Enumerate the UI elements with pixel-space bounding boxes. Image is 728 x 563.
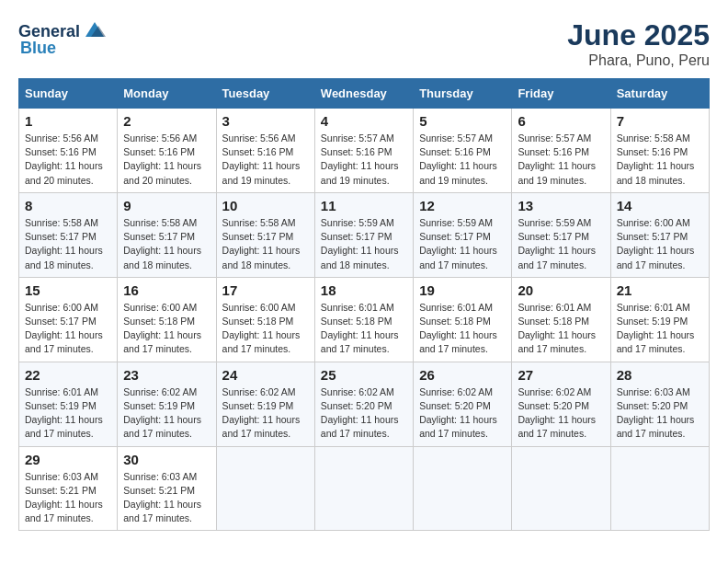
day-number: 10: [222, 198, 309, 213]
day-info: Sunrise: 6:03 AMSunset: 5:20 PMDaylight:…: [617, 386, 695, 440]
calendar-cell: 1 Sunrise: 5:56 AMSunset: 5:16 PMDayligh…: [19, 109, 118, 193]
day-number: 9: [123, 198, 210, 213]
calendar-cell: 15 Sunrise: 6:00 AMSunset: 5:17 PMDaylig…: [19, 277, 118, 362]
day-number: 14: [617, 198, 703, 213]
day-info: Sunrise: 6:01 AMSunset: 5:18 PMDaylight:…: [419, 302, 497, 355]
day-number: 6: [518, 113, 604, 129]
day-info: Sunrise: 6:02 AMSunset: 5:20 PMDaylight:…: [518, 386, 596, 440]
day-info: Sunrise: 6:00 AMSunset: 5:17 PMDaylight:…: [617, 217, 695, 270]
day-number: 1: [25, 113, 111, 129]
day-number: 5: [419, 113, 506, 129]
day-info: Sunrise: 6:01 AMSunset: 5:19 PMDaylight:…: [617, 302, 695, 355]
day-number: 25: [321, 367, 407, 383]
calendar-cell: 17 Sunrise: 6:00 AMSunset: 5:18 PMDaylig…: [216, 277, 314, 362]
calendar-cell: 3 Sunrise: 5:56 AMSunset: 5:16 PMDayligh…: [216, 109, 314, 193]
calendar-cell: [610, 446, 709, 531]
day-info: Sunrise: 5:56 AMSunset: 5:16 PMDaylight:…: [25, 132, 103, 186]
calendar-title: June 2025: [567, 18, 710, 52]
calendar-cell: 18 Sunrise: 6:01 AMSunset: 5:18 PMDaylig…: [314, 277, 413, 362]
day-info: Sunrise: 5:56 AMSunset: 5:16 PMDaylight:…: [222, 132, 301, 186]
day-number: 15: [25, 282, 111, 298]
day-number: 19: [419, 282, 506, 298]
calendar-cell: 4 Sunrise: 5:57 AMSunset: 5:16 PMDayligh…: [314, 109, 413, 193]
day-number: 23: [123, 367, 210, 383]
day-number: 13: [518, 198, 604, 213]
calendar-cell: 24 Sunrise: 6:02 AMSunset: 5:19 PMDaylig…: [216, 362, 314, 446]
header-tuesday: Tuesday: [216, 79, 314, 109]
header-monday: Monday: [118, 79, 216, 109]
calendar-cell: 11 Sunrise: 5:59 AMSunset: 5:17 PMDaylig…: [314, 192, 413, 277]
calendar-subtitle: Phara, Puno, Peru: [567, 52, 710, 69]
header-sunday: Sunday: [19, 79, 118, 109]
day-info: Sunrise: 5:57 AMSunset: 5:16 PMDaylight:…: [518, 132, 596, 186]
day-info: Sunrise: 6:02 AMSunset: 5:19 PMDaylight:…: [123, 386, 201, 440]
header-saturday: Saturday: [610, 79, 709, 109]
page-header: General Blue June 2025 Phara, Puno, Peru: [18, 18, 710, 69]
header-thursday: Thursday: [414, 79, 512, 109]
calendar-cell: 2 Sunrise: 5:56 AMSunset: 5:16 PMDayligh…: [118, 109, 216, 193]
logo-blue: Blue: [20, 39, 56, 58]
day-info: Sunrise: 6:00 AMSunset: 5:18 PMDaylight:…: [222, 302, 301, 355]
day-number: 7: [617, 113, 703, 129]
calendar-cell: 30 Sunrise: 6:03 AMSunset: 5:21 PMDaylig…: [118, 446, 216, 531]
day-info: Sunrise: 5:59 AMSunset: 5:17 PMDaylight:…: [518, 217, 596, 270]
day-info: Sunrise: 5:59 AMSunset: 5:17 PMDaylight:…: [419, 217, 497, 270]
day-info: Sunrise: 6:00 AMSunset: 5:18 PMDaylight:…: [123, 302, 201, 355]
calendar-cell: 5 Sunrise: 5:57 AMSunset: 5:16 PMDayligh…: [414, 109, 512, 193]
day-info: Sunrise: 5:58 AMSunset: 5:17 PMDaylight:…: [123, 217, 201, 270]
calendar-cell: 29 Sunrise: 6:03 AMSunset: 5:21 PMDaylig…: [19, 446, 118, 531]
day-number: 22: [25, 367, 111, 383]
logo-icon: [82, 18, 108, 44]
day-info: Sunrise: 6:01 AMSunset: 5:18 PMDaylight:…: [321, 302, 399, 355]
day-number: 28: [617, 367, 703, 383]
day-number: 8: [25, 198, 111, 213]
calendar-cell: 20 Sunrise: 6:01 AMSunset: 5:18 PMDaylig…: [512, 277, 610, 362]
calendar-cell: 16 Sunrise: 6:00 AMSunset: 5:18 PMDaylig…: [118, 277, 216, 362]
day-info: Sunrise: 6:03 AMSunset: 5:21 PMDaylight:…: [123, 471, 201, 524]
calendar-row: 1 Sunrise: 5:56 AMSunset: 5:16 PMDayligh…: [19, 109, 710, 193]
day-number: 24: [222, 367, 309, 383]
day-number: 3: [222, 113, 309, 129]
calendar-cell: 23 Sunrise: 6:02 AMSunset: 5:19 PMDaylig…: [118, 362, 216, 446]
calendar-row: 8 Sunrise: 5:58 AMSunset: 5:17 PMDayligh…: [19, 192, 710, 277]
day-info: Sunrise: 6:03 AMSunset: 5:21 PMDaylight:…: [25, 471, 103, 524]
day-info: Sunrise: 5:57 AMSunset: 5:16 PMDaylight:…: [321, 132, 399, 186]
calendar-cell: 7 Sunrise: 5:58 AMSunset: 5:16 PMDayligh…: [610, 109, 709, 193]
header-wednesday: Wednesday: [314, 79, 413, 109]
day-info: Sunrise: 5:58 AMSunset: 5:16 PMDaylight:…: [617, 132, 695, 186]
calendar-cell: 9 Sunrise: 5:58 AMSunset: 5:17 PMDayligh…: [118, 192, 216, 277]
day-number: 30: [123, 452, 210, 467]
calendar-cell: 8 Sunrise: 5:58 AMSunset: 5:17 PMDayligh…: [19, 192, 118, 277]
day-info: Sunrise: 5:58 AMSunset: 5:17 PMDaylight:…: [222, 217, 301, 270]
calendar-cell: 13 Sunrise: 5:59 AMSunset: 5:17 PMDaylig…: [512, 192, 610, 277]
calendar-cell: 12 Sunrise: 5:59 AMSunset: 5:17 PMDaylig…: [414, 192, 512, 277]
day-info: Sunrise: 6:02 AMSunset: 5:20 PMDaylight:…: [321, 386, 399, 440]
calendar-row: 22 Sunrise: 6:01 AMSunset: 5:19 PMDaylig…: [19, 362, 710, 446]
calendar-cell: [512, 446, 610, 531]
day-number: 11: [321, 198, 407, 213]
calendar-cell: 19 Sunrise: 6:01 AMSunset: 5:18 PMDaylig…: [414, 277, 512, 362]
calendar-cell: 25 Sunrise: 6:02 AMSunset: 5:20 PMDaylig…: [314, 362, 413, 446]
calendar-cell: [314, 446, 413, 531]
calendar-cell: [216, 446, 314, 531]
day-info: Sunrise: 5:56 AMSunset: 5:16 PMDaylight:…: [123, 132, 201, 186]
day-info: Sunrise: 6:01 AMSunset: 5:19 PMDaylight:…: [25, 386, 103, 440]
day-number: 12: [419, 198, 506, 213]
day-info: Sunrise: 6:00 AMSunset: 5:17 PMDaylight:…: [25, 302, 103, 355]
calendar-table: Sunday Monday Tuesday Wednesday Thursday…: [18, 78, 710, 531]
calendar-cell: 28 Sunrise: 6:03 AMSunset: 5:20 PMDaylig…: [610, 362, 709, 446]
calendar-cell: 10 Sunrise: 5:58 AMSunset: 5:17 PMDaylig…: [216, 192, 314, 277]
day-info: Sunrise: 6:02 AMSunset: 5:19 PMDaylight:…: [222, 386, 301, 440]
day-number: 4: [321, 113, 407, 129]
calendar-cell: 14 Sunrise: 6:00 AMSunset: 5:17 PMDaylig…: [610, 192, 709, 277]
calendar-cell: 6 Sunrise: 5:57 AMSunset: 5:16 PMDayligh…: [512, 109, 610, 193]
day-number: 26: [419, 367, 506, 383]
day-number: 16: [123, 282, 210, 298]
calendar-cell: 27 Sunrise: 6:02 AMSunset: 5:20 PMDaylig…: [512, 362, 610, 446]
day-number: 27: [518, 367, 604, 383]
day-info: Sunrise: 5:58 AMSunset: 5:17 PMDaylight:…: [25, 217, 103, 270]
day-number: 29: [25, 452, 111, 467]
day-number: 17: [222, 282, 309, 298]
calendar-row: 15 Sunrise: 6:00 AMSunset: 5:17 PMDaylig…: [19, 277, 710, 362]
day-info: Sunrise: 5:57 AMSunset: 5:16 PMDaylight:…: [419, 132, 497, 186]
